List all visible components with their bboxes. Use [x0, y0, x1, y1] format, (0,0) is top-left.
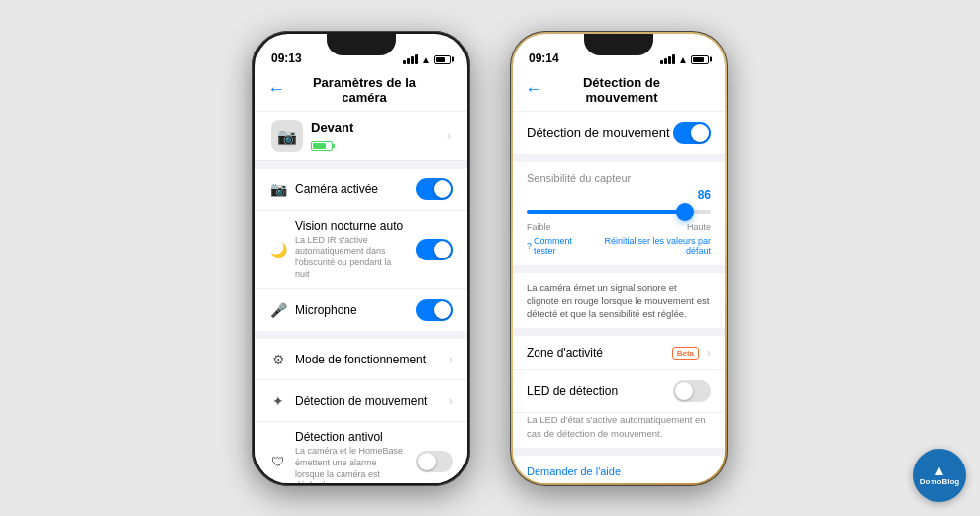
microphone-item: 🎤 Microphone	[255, 289, 467, 331]
status-icons-right: ▲	[660, 54, 709, 65]
night-vision-content: Vision nocturne auto La LED IR s'active …	[295, 219, 408, 281]
help-link[interactable]: Demander de l'aide	[513, 456, 725, 483]
battery-icon-left	[434, 55, 451, 64]
reset-label: Réinitialiser les valeurs par défaut	[590, 236, 711, 256]
mode-item[interactable]: ⚙ Mode de fonctionnement ›	[255, 339, 467, 380]
zone-right: Beta ›	[672, 346, 711, 360]
night-vision-item: 🌙 Vision nocturne auto La LED IR s'activ…	[255, 211, 467, 290]
mode-label: Mode de fonctionnement	[295, 353, 441, 366]
motion-main-toggle[interactable]	[673, 122, 711, 144]
nav-bar-left: ← Paramètres de la caméra	[255, 69, 467, 112]
motion-main-label: Détection de mouvement	[527, 125, 670, 140]
notch-right	[584, 34, 653, 55]
camera-header: 📷 Devant ›	[255, 112, 467, 161]
motion-item[interactable]: ✦ Détection de mouvement ›	[255, 380, 467, 422]
screen-content-left: 📷 Devant › 📷 Caméra activée	[255, 112, 467, 483]
domoblog-watermark: ▲ DomoBlog	[913, 449, 966, 502]
motion-chevron: ›	[449, 394, 453, 408]
watermark-text: DomoBlog	[920, 477, 959, 487]
test-button[interactable]: ? Comment tester	[527, 236, 590, 256]
antivol-label: Détection antivol	[295, 430, 408, 444]
camera-enabled-icon: 📷	[269, 181, 287, 197]
mode-chevron: ›	[449, 353, 453, 366]
night-vision-sublabel: La LED IR s'active automatiquement dans …	[295, 235, 408, 281]
motion-menu-label: Détection de mouvement	[295, 394, 441, 408]
beta-badge: Beta	[672, 347, 699, 360]
toggle-settings-group: 📷 Caméra activée 🌙 Vision nocturne auto …	[255, 169, 467, 332]
signal-icon-right	[660, 54, 675, 64]
camera-enabled-content: Caméra activée	[295, 182, 408, 196]
slider-min-label: Faible	[527, 222, 551, 232]
zone-activity-item[interactable]: Zone d'activité Beta ›	[513, 336, 725, 370]
sensitivity-slider[interactable]	[527, 210, 711, 214]
signal-icon-left	[403, 54, 418, 64]
test-label: Comment tester	[534, 236, 590, 256]
night-vision-label: Vision nocturne auto	[295, 219, 408, 233]
watermark-mountain-icon: ▲	[932, 464, 946, 477]
motion-menu-icon: ✦	[269, 393, 287, 409]
sensitivity-section-label: Sensibilité du capteur	[527, 172, 711, 184]
slider-max-label: Haute	[687, 222, 711, 232]
slider-actions: ? Comment tester Réinitialiser les valeu…	[527, 236, 711, 256]
antivol-sublabel: La caméra et le HomeBase émettent une al…	[295, 446, 408, 482]
motion-main-section: Détection de mouvement	[513, 112, 725, 155]
antivol-icon: 🛡	[269, 454, 287, 469]
led-toggle[interactable]	[673, 380, 711, 402]
phone-left: 09:13 ▲ ← Paramètres de la caméra	[252, 31, 470, 486]
zone-chevron: ›	[707, 346, 711, 360]
camera-thumbnail: 📷	[271, 120, 303, 152]
slider-track	[527, 210, 711, 214]
zone-activity-group: Zone d'activité Beta › LED de détection …	[513, 336, 725, 448]
back-button-left[interactable]: ←	[267, 79, 285, 100]
mode-content: Mode de fonctionnement	[295, 353, 441, 366]
camera-icon: 📷	[277, 127, 297, 146]
wifi-icon-right: ▲	[678, 54, 688, 65]
status-icons-left: ▲	[403, 54, 451, 65]
time-left: 09:13	[271, 52, 302, 65]
led-label: LED de détection	[527, 384, 618, 398]
time-right: 09:14	[529, 52, 559, 65]
sensitivity-value: 86	[527, 188, 711, 202]
led-detection-item: LED de détection	[513, 370, 725, 413]
camera-battery	[311, 141, 333, 151]
back-button-right[interactable]: ←	[525, 79, 542, 100]
sensitivity-section: Sensibilité du capteur 86 Faible Haute ?…	[513, 162, 725, 265]
camera-enabled-label: Caméra activée	[295, 182, 408, 196]
microphone-toggle[interactable]	[416, 299, 453, 321]
battery-icon-right	[691, 55, 709, 64]
wifi-icon-left: ▲	[421, 54, 431, 65]
reset-button[interactable]: Réinitialiser les valeurs par défaut	[590, 236, 711, 256]
phone-right: 09:14 ▲ ← Détection de mouvement	[510, 31, 728, 486]
screen-content-right: Détection de mouvement Sensibilité du ca…	[513, 112, 725, 483]
antivol-item: 🛡 Détection antivol La caméra et le Home…	[255, 422, 467, 482]
antivol-toggle[interactable]	[416, 451, 453, 472]
camera-name: Devant	[311, 120, 353, 135]
microphone-icon: 🎤	[269, 302, 287, 318]
camera-info: 📷 Devant	[271, 120, 353, 153]
slider-labels: Faible Haute	[527, 222, 711, 232]
microphone-content: Microphone	[295, 303, 408, 317]
motion-menu-content: Détection de mouvement	[295, 394, 441, 408]
notch-left	[327, 34, 396, 55]
slider-thumb[interactable]	[676, 203, 694, 221]
slider-fill	[527, 210, 685, 214]
menu-group: ⚙ Mode de fonctionnement › ✦ Détection d…	[255, 339, 467, 482]
camera-name-section: Devant	[311, 120, 353, 153]
nav-bar-right: ← Détection de mouvement	[513, 69, 725, 112]
camera-enabled-toggle[interactable]	[416, 178, 453, 200]
night-vision-icon: 🌙	[269, 242, 287, 258]
night-vision-toggle[interactable]	[416, 239, 453, 260]
mode-icon: ⚙	[269, 352, 287, 367]
led-description: La LED d'état s'active automatiquement e…	[513, 413, 725, 448]
camera-enabled-item: 📷 Caméra activée	[255, 169, 467, 211]
screen-title-left: Paramètres de la caméra	[293, 75, 436, 105]
camera-chevron: ›	[447, 129, 451, 143]
antivol-content: Détection antivol La caméra et le HomeBa…	[295, 430, 408, 482]
question-icon: ?	[527, 241, 532, 251]
motion-main-row: Détection de mouvement	[513, 112, 725, 155]
screen-title-right: Détection de mouvement	[550, 75, 693, 105]
microphone-label: Microphone	[295, 303, 408, 317]
zone-label: Zone d'activité	[527, 346, 603, 360]
motion-description: La caméra émet un signal sonore et clign…	[513, 273, 725, 329]
